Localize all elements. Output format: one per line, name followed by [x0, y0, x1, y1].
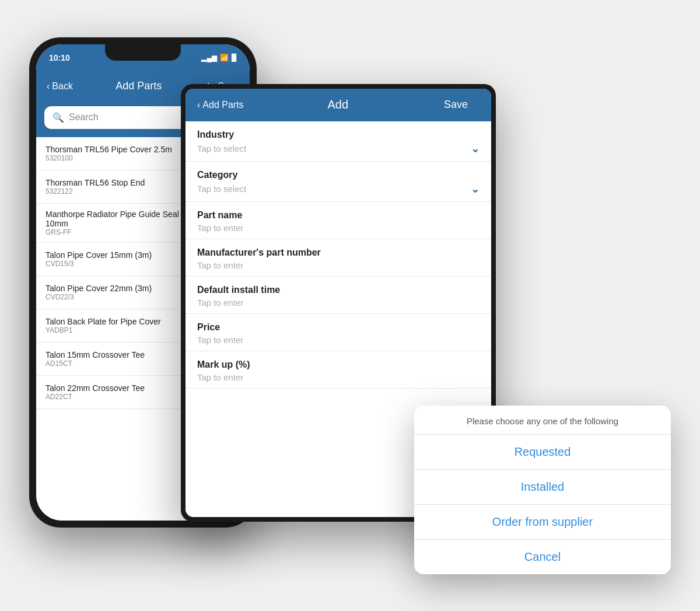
part-info: Talon Pipe Cover 15mm (3m) CVD15/3 [46, 250, 183, 268]
phone-back-button[interactable]: ‹ Back [47, 81, 73, 92]
signal-icon: ▂▄▆ [201, 54, 217, 62]
form-field[interactable]: Manufacturer's part number Tap to enter [186, 239, 491, 277]
part-info: Thorsman TRL56 Stop End 5322122 [46, 178, 183, 195]
form-field[interactable]: Default install time Tap to enter [186, 277, 491, 314]
tablet-back-button[interactable]: ‹ Add Parts [197, 100, 244, 110]
part-sku: 5322122 [46, 187, 183, 195]
scene: 10:10 ▂▄▆ 📶 ▉ ‹ Back Add Parts + Save [29, 20, 671, 592]
field-value: Tap to select [197, 144, 246, 153]
part-sku: AD22CT [46, 393, 183, 401]
field-label: Category [197, 170, 480, 180]
back-label: Back [52, 81, 73, 92]
field-value: Tap to enter [197, 372, 480, 382]
dialog-options: RequestedInstalledOrder from supplierCan… [414, 435, 671, 574]
field-value: Tap to enter [197, 260, 480, 270]
tablet-save-button[interactable]: Save [432, 89, 480, 121]
field-value: Tap to select [197, 184, 246, 194]
dialog-title: Please choose any one of the following [414, 406, 671, 435]
field-label: Default install time [197, 285, 480, 295]
dialog: Please choose any one of the following R… [414, 406, 671, 574]
part-name: Talon Back Plate for Pipe Cover [46, 317, 183, 326]
part-name: Thorsman TRL56 Pipe Cover 2.5m [46, 145, 183, 154]
phone-status-icons: ▂▄▆ 📶 ▉ [201, 54, 237, 62]
phone-time: 10:10 [49, 53, 70, 62]
back-chevron-icon: ‹ [47, 81, 50, 92]
tablet-back-label: Add Parts [202, 100, 243, 110]
field-value: Tap to enter [197, 223, 480, 233]
part-name: Thorsman TRL56 Stop End [46, 178, 183, 187]
dialog-option-order-from-supplier[interactable]: Order from supplier [414, 505, 671, 540]
part-sku: YADBP1 [46, 326, 183, 334]
part-info: Talon Pipe Cover 22mm (3m) CVD22/3 [46, 284, 183, 301]
form-field[interactable]: Price Tap to enter [186, 314, 491, 351]
part-name: Talon Pipe Cover 15mm (3m) [46, 250, 183, 260]
part-info: Talon 15mm Crossover Tee AD15CT [46, 350, 183, 368]
phone-notch [105, 44, 181, 61]
wifi-icon: 📶 [220, 54, 229, 62]
field-label: Price [197, 322, 480, 333]
part-sku: AD15CT [46, 359, 183, 368]
part-info: Manthorpe Radiator Pipe Guide Seal 10mm … [46, 210, 183, 236]
field-label: Part name [197, 210, 480, 221]
field-row: Tap to select ⌄ [197, 183, 480, 195]
part-sku: GRS-FF [46, 228, 183, 236]
chevron-down-icon: ⌄ [471, 142, 480, 155]
tablet-nav: ‹ Add Parts Add Save [186, 89, 491, 121]
dialog-option-cancel[interactable]: Cancel [414, 540, 671, 574]
form-field[interactable]: Mark up (%) Tap to enter [186, 351, 491, 389]
chevron-down-icon: ⌄ [471, 183, 480, 195]
part-name: Talon Pipe Cover 22mm (3m) [46, 284, 183, 293]
part-sku: 5320100 [46, 154, 183, 162]
form-field[interactable]: Industry Tap to select ⌄ [186, 121, 491, 162]
dialog-option-requested[interactable]: Requested [414, 435, 671, 470]
battery-icon: ▉ [232, 54, 237, 62]
tablet-nav-title: Add [327, 98, 348, 111]
part-sku: CVD22/3 [46, 293, 183, 301]
part-name: Manthorpe Radiator Pipe Guide Seal 10mm [46, 210, 183, 228]
part-info: Talon Back Plate for Pipe Cover YADBP1 [46, 317, 183, 334]
search-input[interactable]: Search [69, 112, 99, 123]
field-value: Tap to enter [197, 298, 480, 308]
field-label: Mark up (%) [197, 359, 480, 370]
dialog-option-installed[interactable]: Installed [414, 470, 671, 505]
part-name: Talon 15mm Crossover Tee [46, 350, 183, 359]
form-field[interactable]: Part name Tap to enter [186, 202, 491, 239]
search-icon: 🔍 [52, 112, 64, 123]
field-label: Manufacturer's part number [197, 247, 480, 258]
part-info: Talon 22mm Crossover Tee AD22CT [46, 383, 183, 401]
part-info: Thorsman TRL56 Pipe Cover 2.5m 5320100 [46, 145, 183, 162]
tablet-back-chevron-icon: ‹ [197, 100, 200, 110]
form-field[interactable]: Category Tap to select ⌄ [186, 162, 491, 202]
field-value: Tap to enter [197, 335, 480, 345]
phone-nav-title: Add Parts [116, 80, 162, 92]
field-row: Tap to select ⌄ [197, 142, 480, 155]
field-label: Industry [197, 130, 480, 140]
part-name: Talon 22mm Crossover Tee [46, 383, 183, 393]
part-sku: CVD15/3 [46, 260, 183, 268]
